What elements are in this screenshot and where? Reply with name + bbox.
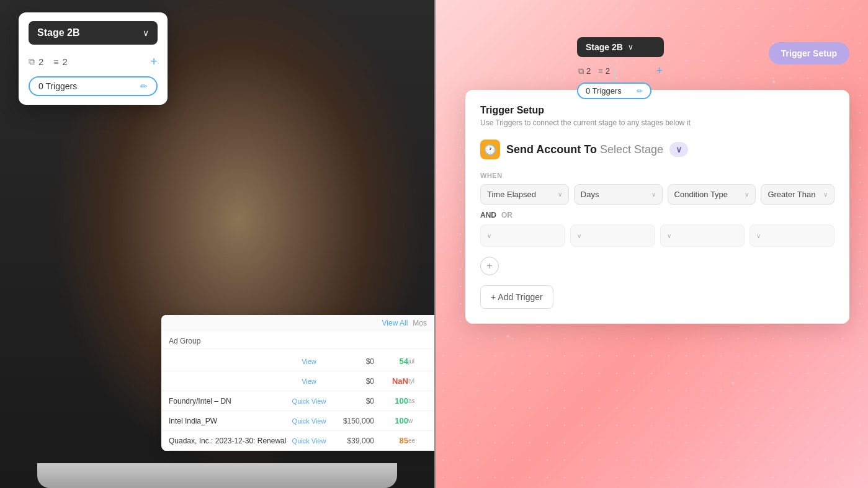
list-icon: ≡ <box>53 57 58 67</box>
edit-icon: ✏ <box>140 81 148 91</box>
stage-metrics-left: ⧉ 2 ≡ 2 + <box>29 52 158 76</box>
condition-type-select[interactable]: Condition Type ∨ <box>668 184 756 205</box>
triggers-label: 0 Triggers <box>38 81 77 91</box>
empty-select-4[interactable]: ∨ <box>749 224 834 247</box>
list-metric: ≡ 2 <box>53 56 68 67</box>
copy-icon: ⧉ <box>578 66 584 76</box>
list-count-right: 2 <box>606 66 610 76</box>
panel-divider <box>434 0 436 488</box>
row-name: Foundry/Intel – DN <box>169 397 287 406</box>
chevron-down-icon: ∨ <box>667 233 671 239</box>
copy-metric: ⧉ 2 <box>29 56 43 67</box>
row-impact: 85 <box>374 436 408 445</box>
panel-title: Trigger Setup <box>480 105 834 116</box>
copy-count-right: 2 <box>586 66 591 76</box>
row-impact: 54 <box>374 357 408 366</box>
quick-view-link[interactable]: View <box>287 358 331 365</box>
trigger-setup-button[interactable]: Trigger Setup <box>769 42 849 64</box>
most-label: Mos <box>413 319 427 327</box>
stage-card-left: Stage 2B ∨ ⧉ 2 ≡ 2 + 0 Triggers ✏ <box>19 12 168 105</box>
right-content: Stage 2B ∨ ⧉ 2 ≡ 2 + 0 Triggers ✏ Trigge… <box>434 0 868 488</box>
chevron-down-icon: ∨ <box>577 233 581 239</box>
chevron-down-icon: ∨ <box>823 191 828 198</box>
ad-group-section: Ad Group <box>161 331 434 352</box>
greater-than-select[interactable]: Greater Than ∨ <box>761 184 834 205</box>
row-name: Intel India_PW <box>169 417 287 425</box>
stage-title-right: Stage 2B <box>586 42 623 52</box>
row-value: $0 <box>331 397 374 406</box>
chevron-down-icon: ∨ <box>628 43 633 51</box>
row-em: as <box>408 397 427 404</box>
copy-icon: ⧉ <box>29 56 35 67</box>
laptop-frame <box>37 463 397 488</box>
empty-select-2[interactable]: ∨ <box>570 224 655 247</box>
quick-view-link[interactable]: Quick View <box>287 397 331 405</box>
chevron-down-icon: ∨ <box>487 233 491 239</box>
list-icon: ≡ <box>598 66 603 76</box>
chevron-down-icon: ∨ <box>558 191 562 198</box>
quick-view-link[interactable]: Quick View <box>287 437 331 445</box>
table-row: Intel India_PW Quick View $150,000 100 w <box>161 411 434 431</box>
chevron-down-icon: ∨ <box>143 28 149 38</box>
chevron-down-icon: ∨ <box>676 144 682 154</box>
send-account-label: Send Account To Select Stage <box>506 143 663 156</box>
and-or-row: AND OR <box>480 211 834 220</box>
row-value: $0 <box>331 377 374 386</box>
table-row: View $0 NaN tyl <box>161 371 434 391</box>
list-metric-right: ≡ 2 <box>598 66 610 76</box>
stage-title-left: Stage 2B <box>37 27 79 38</box>
triggers-badge-right[interactable]: 0 Triggers ✏ <box>577 82 651 99</box>
or-label[interactable]: OR <box>501 211 512 220</box>
triggers-label-right: 0 Triggers <box>586 86 622 95</box>
copy-metric-right: ⧉ 2 <box>578 66 591 76</box>
ad-group-label: Ad Group <box>161 334 434 349</box>
edit-icon-right: ✏ <box>637 87 643 95</box>
table-row: Quadax, Inc.: 2023-12-30: Renewal Quick … <box>161 431 434 451</box>
row-em: ee <box>408 437 427 444</box>
days-select[interactable]: Days ∨ <box>574 184 663 205</box>
when-label: WHEN <box>480 172 834 179</box>
add-metric-button[interactable]: + <box>150 55 158 69</box>
add-metric-button-right[interactable]: + <box>656 64 663 78</box>
copy-count: 2 <box>38 56 43 67</box>
right-stage-header[interactable]: Stage 2B ∨ <box>577 37 664 57</box>
select-stage-dropdown[interactable]: ∨ <box>669 142 688 157</box>
row-em: jul <box>408 358 427 365</box>
row-em: tyl <box>408 378 427 384</box>
panel-subtitle: Use Triggers to connect the current stag… <box>480 118 834 127</box>
row-value: $0 <box>331 357 374 366</box>
view-all-link[interactable]: View All <box>382 319 408 327</box>
clock-icon: 🕐 <box>480 140 500 159</box>
view-all-row: View All Mos <box>161 315 434 331</box>
add-trigger-button[interactable]: + Add Trigger <box>480 285 553 309</box>
stage-card-right: Stage 2B ∨ ⧉ 2 ≡ 2 + 0 Triggers ✏ <box>577 37 664 99</box>
condition-row: Time Elapsed ∨ Days ∨ Condition Type ∨ G… <box>480 184 834 205</box>
chevron-down-icon: ∨ <box>651 191 656 198</box>
row-name: Quadax, Inc.: 2023-12-30: Renewal <box>169 437 287 445</box>
time-elapsed-select[interactable]: Time Elapsed ∨ <box>480 184 569 205</box>
quick-view-link[interactable]: Quick View <box>287 417 331 425</box>
row-value: $150,000 <box>331 417 374 425</box>
row-value: $39,000 <box>331 437 374 445</box>
empty-select-1[interactable]: ∨ <box>480 224 565 247</box>
right-panel: Stage 2B ∨ ⧉ 2 ≡ 2 + 0 Triggers ✏ Trigge… <box>434 0 868 488</box>
table-row: Foundry/Intel – DN Quick View $0 100 as <box>161 391 434 411</box>
triggers-badge-left[interactable]: 0 Triggers ✏ <box>29 76 158 96</box>
right-stage-metrics: ⧉ 2 ≡ 2 + <box>577 62 664 82</box>
stage-card-header[interactable]: Stage 2B ∨ <box>29 21 158 45</box>
row-impact: 100 <box>374 396 408 406</box>
add-trigger-label: + Add Trigger <box>491 292 543 302</box>
add-condition-button[interactable]: + <box>480 257 499 275</box>
send-account-row: 🕐 Send Account To Select Stage ∨ <box>480 140 834 159</box>
and-label[interactable]: AND <box>480 211 496 220</box>
row-em: w <box>408 417 427 424</box>
row-impact: 100 <box>374 416 408 425</box>
trigger-setup-panel: Trigger Setup Use Triggers to connect th… <box>465 90 849 324</box>
data-table-overlay: View All Mos Ad Group View $0 54 jul Vie… <box>161 315 434 451</box>
table-row: View $0 54 jul <box>161 352 434 371</box>
empty-select-3[interactable]: ∨ <box>660 224 745 247</box>
quick-view-link[interactable]: View <box>287 378 331 385</box>
plus-icon: + <box>486 260 492 272</box>
row-impact: NaN <box>374 376 408 386</box>
chevron-down-icon: ∨ <box>756 233 761 239</box>
